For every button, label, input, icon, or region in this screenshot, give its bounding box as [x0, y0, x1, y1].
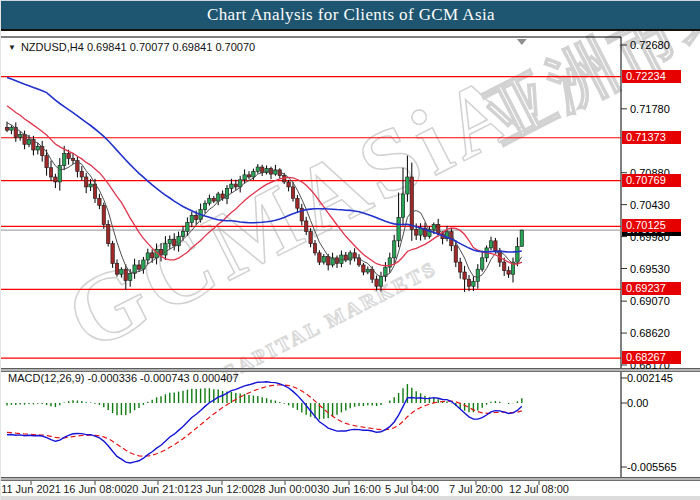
candle-body — [406, 177, 409, 194]
candle-body — [459, 262, 462, 272]
candle-body — [353, 253, 356, 258]
candle-body — [393, 241, 396, 258]
candle-body — [102, 205, 105, 224]
candle-body — [410, 177, 413, 230]
time-tick-label: 23 Jun 12:00 — [190, 483, 254, 495]
symbol-ohlc-header: ▼NZDUSD,H4 0.69841 0.70077 0.69841 0.700… — [8, 41, 255, 53]
candle-body — [190, 215, 193, 222]
price-tick-label: 0.70430 — [630, 199, 696, 211]
candle-body — [124, 269, 127, 280]
candle-body — [5, 127, 8, 130]
bottom-strip — [1, 496, 700, 500]
candle-body — [85, 177, 88, 187]
sr-level-price-label: 0.70769 — [622, 174, 681, 187]
candle-body — [291, 187, 294, 198]
macd-line — [7, 382, 522, 463]
candle-body — [454, 246, 457, 262]
candle-body — [71, 159, 74, 161]
title-bar: Chart Analysis for Clients of GCM Asia — [1, 0, 700, 31]
time-tick-label: 12 Jul 08:00 — [509, 483, 569, 495]
candle-body — [256, 167, 259, 171]
symbol-dropdown-icon[interactable]: ▼ — [8, 43, 16, 52]
symbol-ohlc-text: NZDUSD,H4 0.69841 0.70077 0.69841 0.7007… — [21, 41, 255, 53]
macd-tick-label: 0.00 — [627, 397, 697, 409]
candle-body — [10, 127, 13, 130]
candle-body — [27, 139, 30, 144]
candle-body — [168, 239, 171, 243]
candle-body — [111, 244, 114, 264]
candle-body — [120, 269, 123, 274]
candle-body — [186, 222, 189, 231]
price-tick-label: 0.72680 — [630, 39, 696, 51]
time-tick-label: 30 Jun 16:00 — [317, 483, 381, 495]
macd-tick-label: 0.002145 — [627, 372, 697, 384]
candle-body — [89, 184, 92, 187]
candle-body — [503, 262, 506, 271]
candle-body — [476, 269, 479, 281]
watermark: GCMASiA亚洲市场CAPITAL MARKETS — [50, 0, 700, 385]
sr-level-price-label: 0.69237 — [622, 282, 681, 295]
candle-body — [19, 134, 22, 137]
candle-body — [54, 177, 57, 182]
time-tick-label: 7 Jul 20:00 — [449, 483, 503, 495]
candle-body — [467, 279, 470, 286]
candle-body — [203, 203, 206, 209]
candle-body — [305, 221, 308, 232]
time-tick-label: 16 Jun 08:00 — [63, 483, 127, 495]
candle-body — [252, 171, 255, 177]
time-tick-label: 28 Jun 00:00 — [253, 483, 317, 495]
candle-body — [208, 198, 211, 203]
chart-window: Chart Analysis for Clients of GCM Asia G… — [0, 0, 700, 500]
candle-body — [67, 154, 70, 159]
candle-body — [463, 272, 466, 279]
candle-body — [247, 175, 250, 177]
candle-body — [313, 244, 316, 253]
chart-canvas[interactable]: GCMASiA亚洲市场CAPITAL MARKETS — [1, 0, 700, 500]
candle-body — [107, 225, 110, 244]
candle-body — [243, 175, 246, 180]
candle-body — [23, 134, 26, 144]
candle-body — [481, 258, 484, 269]
candle-body — [379, 276, 382, 286]
candle-body — [181, 232, 184, 237]
price-tick-label: 0.68620 — [630, 327, 696, 339]
price-tick-label: 0.69070 — [630, 295, 696, 307]
candle-body — [230, 184, 233, 188]
candle-body — [217, 194, 220, 201]
sr-level-price-label: 0.71373 — [622, 131, 681, 144]
candle-body — [472, 281, 475, 286]
candle-body — [287, 182, 290, 187]
candle-body — [49, 168, 52, 177]
candle-body — [362, 265, 365, 272]
candle-body — [173, 239, 176, 245]
candle-body — [129, 273, 132, 280]
candle-body — [516, 247, 519, 263]
candle-body — [366, 269, 369, 272]
time-tick-label: 11 Jun 2021 — [1, 483, 61, 495]
candle-body — [507, 271, 510, 275]
time-tick-label: 20 Jun 21:01 — [126, 483, 190, 495]
page-title: Chart Analysis for Clients of GCM Asia — [207, 5, 495, 25]
candle-body — [151, 253, 154, 258]
price-tick-label: 0.71780 — [630, 103, 696, 115]
candle-body — [115, 264, 118, 275]
candle-body — [137, 265, 140, 269]
candle-body — [397, 217, 400, 240]
candle-body — [415, 229, 418, 235]
chart-shift-icon[interactable] — [517, 39, 527, 45]
price-tick-label: 0.69530 — [630, 263, 696, 275]
candle-body — [212, 198, 215, 201]
watermark-text: GCMASiA — [50, 50, 540, 370]
candle-body — [437, 225, 440, 234]
candle-body — [489, 241, 492, 248]
time-tick-label: 5 Jul 04:00 — [385, 483, 439, 495]
candle-body — [98, 198, 101, 205]
candle-body — [80, 171, 83, 177]
candle-body — [146, 253, 149, 260]
candle-body — [494, 241, 497, 251]
candle-body — [195, 215, 198, 219]
candle-body — [432, 225, 435, 230]
candle-body — [401, 194, 404, 217]
candle-body — [520, 230, 523, 246]
candle-body — [164, 244, 167, 255]
